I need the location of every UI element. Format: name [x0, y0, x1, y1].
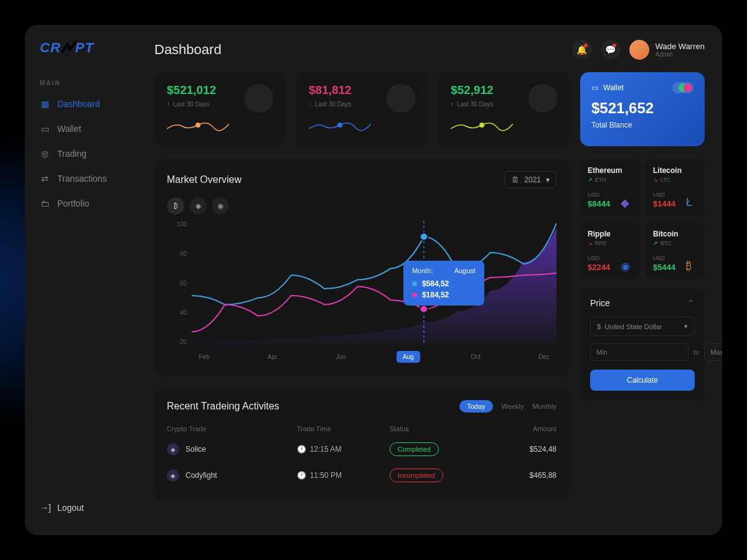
sidebar-item-transactions[interactable]: ⇄Transactions: [25, 166, 137, 191]
stats-row: $521,012 ↑Last 30 Days $81,812 ↓Last 30 …: [154, 72, 705, 146]
logo: CR🗲PT: [25, 40, 137, 75]
crypto-grid: Ethereum ↗ ETH USD $8444 ◆Litecoin ↘ LTC…: [580, 159, 705, 279]
crypto-card-ltc[interactable]: Litecoin ↘ LTC USD $1444 Ł: [646, 159, 705, 216]
app-window: CR🗲PT MAIN ▦Dashboard▭Wallet◎Trading⇄Tra…: [25, 25, 722, 535]
chip-ripple[interactable]: ◉: [212, 197, 229, 215]
calendar-icon: 🗓: [512, 175, 519, 184]
notification-dot: [584, 44, 588, 47]
transactions-icon: ⇄: [40, 174, 50, 184]
message-dot: [613, 44, 616, 47]
col-amount: Amount: [482, 425, 557, 432]
crypto-icon: ₿: [686, 259, 698, 272]
chevron-up-icon[interactable]: ⌃: [687, 298, 695, 308]
dollar-icon: $: [597, 323, 601, 330]
sidebar-item-dashboard[interactable]: ▦Dashboard: [25, 91, 137, 116]
x-tick[interactable]: Oct: [463, 353, 488, 360]
chip-bitcoin[interactable]: ₿: [167, 197, 184, 215]
market-overview-panel: Market Overview 🗓 2021 ▾ ₿ ◆ ◉ 10080604: [154, 159, 569, 376]
chart-area: 10080604020 Month:August $584,52 $184,52…: [167, 221, 557, 364]
currency-select[interactable]: $United State Dollar ▾: [590, 317, 695, 336]
trading-icon: ◎: [40, 149, 50, 159]
messages-button[interactable]: 💬: [601, 40, 621, 60]
tooltip-dot-b: [412, 292, 417, 297]
chevron-down-icon: ▾: [546, 175, 550, 184]
crypto-card-eth[interactable]: Ethereum ↗ ETH USD $8444 ◆: [580, 159, 639, 216]
crypto-icon: ◆: [621, 196, 633, 208]
stat-card[interactable]: $521,012 ↑Last 30 Days: [154, 72, 285, 146]
chip-ethereum[interactable]: ◆: [189, 197, 207, 215]
user-menu[interactable]: Wade Warren Admin: [629, 40, 705, 60]
filter-tab-monthly[interactable]: Monthly: [532, 403, 557, 410]
user-info: Wade Warren Admin: [655, 42, 705, 58]
content-row: Market Overview 🗓 2021 ▾ ₿ ◆ ◉ 10080604: [154, 159, 705, 520]
year-select[interactable]: 🗓 2021 ▾: [505, 171, 557, 189]
clock-icon: 🕐: [297, 445, 306, 454]
tooltip-dot-a: [412, 281, 417, 286]
trades-header-row: Crypto Trade Trade Time Status Amount: [167, 421, 557, 436]
sparkline: [309, 118, 371, 133]
col-trade: Crypto Trade: [167, 425, 297, 432]
topbar-actions: 🔔 💬 Wade Warren Admin: [572, 40, 705, 60]
x-tick[interactable]: Dec: [532, 353, 557, 360]
market-title: Market Overview: [167, 174, 242, 185]
col-time: Trade Time: [297, 425, 390, 432]
clock-icon: 🕐: [297, 471, 306, 480]
x-tick[interactable]: Jun: [328, 353, 353, 360]
x-axis: FebAprJunAugOctDec: [192, 349, 557, 364]
x-tick[interactable]: Apr: [260, 353, 285, 360]
trade-logo-icon: ◈: [167, 469, 179, 482]
user-name: Wade Warren: [655, 42, 705, 51]
left-column: Market Overview 🗓 2021 ▾ ₿ ◆ ◉ 10080604: [154, 159, 569, 520]
notifications-button[interactable]: 🔔: [572, 40, 592, 60]
filter-tab-weekly[interactable]: Weekly: [502, 403, 524, 410]
calculate-button[interactable]: Calculate: [590, 370, 695, 391]
wallet-icon: ▭: [591, 83, 598, 92]
crypto-bg-icon: [383, 81, 418, 116]
svg-point-4: [479, 123, 484, 128]
right-column: Ethereum ↗ ETH USD $8444 ◆Litecoin ↘ LTC…: [580, 159, 705, 520]
trade-row[interactable]: ◈Solice 🕐12:15 AM Completed $524,48: [167, 436, 557, 462]
wallet-label: Total Blance: [591, 121, 693, 129]
crypto-icon: Ł: [686, 196, 698, 208]
avatar: [629, 40, 649, 60]
trades-panel: Recent Tradeing Activites TodayWeeklyMon…: [154, 388, 569, 501]
min-input[interactable]: [590, 343, 688, 361]
stat-card[interactable]: $81,812 ↓Last 30 Days: [296, 72, 427, 146]
dashboard-icon: ▦: [40, 99, 50, 109]
crypto-card-rpe[interactable]: Ripple ↘ RPE USD $2244 ◉: [580, 222, 639, 279]
sidebar-item-portfolio[interactable]: 🗀Portfolio: [25, 191, 137, 216]
page-title: Dashboard: [154, 42, 222, 58]
main-content: Dashboard 🔔 💬 Wade Warren Admin $521,012…: [137, 25, 722, 535]
wallet-title: Wallet: [603, 83, 624, 92]
x-tick[interactable]: Feb: [192, 353, 217, 360]
chart-tooltip: Month:August $584,52 $184,52: [403, 261, 484, 306]
crypto-icon: ◉: [621, 259, 633, 272]
svg-point-1: [245, 84, 274, 113]
logout-button[interactable]: →] Logout: [25, 495, 137, 520]
trade-logo-icon: ◈: [167, 443, 179, 455]
wallet-amount: $521,652: [591, 100, 693, 117]
trades-title: Recent Tradeing Activites: [167, 401, 280, 412]
trade-row[interactable]: ◈Codyfight 🕐11:50 PM Incompleted $465,88: [167, 462, 557, 488]
logout-icon: →]: [40, 503, 51, 513]
svg-point-8: [420, 306, 428, 313]
max-input[interactable]: [704, 343, 722, 361]
crypto-card-btc[interactable]: Bitcoin ↗ BTC USD $5444 ₿: [646, 222, 705, 279]
wallet-icon: ▭: [40, 124, 50, 134]
svg-point-3: [387, 84, 416, 113]
svg-point-7: [420, 233, 428, 240]
crypto-bg-icon: [525, 81, 560, 116]
x-tick[interactable]: Aug: [397, 351, 420, 363]
wallet-toggle[interactable]: [672, 82, 693, 93]
filter-tab-today[interactable]: Today: [459, 400, 492, 413]
chevron-down-icon: ▾: [684, 322, 688, 330]
sidebar-item-trading[interactable]: ◎Trading: [25, 141, 137, 166]
stat-card[interactable]: $52,912 ↑Last 30 Days: [438, 72, 569, 146]
wallet-card[interactable]: ▭Wallet $521,652 Total Blance: [580, 72, 705, 146]
sparkline: [451, 118, 513, 133]
sidebar-section-label: MAIN: [25, 75, 137, 91]
y-axis: 10080604020: [167, 221, 187, 345]
sidebar-item-wallet[interactable]: ▭Wallet: [25, 116, 137, 141]
crypto-bg-icon: [242, 81, 276, 116]
price-range: to: [590, 343, 695, 361]
